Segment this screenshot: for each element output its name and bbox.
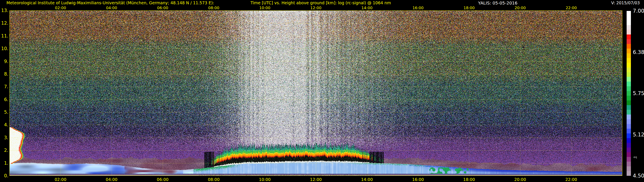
colorbar-segment xyxy=(626,34,631,39)
height-tick-label: 12. xyxy=(0,20,8,26)
colorbar-segment xyxy=(626,166,631,171)
height-tick-label: 11. xyxy=(0,33,8,39)
institute-title: Meteorological Institute of Ludwig-Maxim… xyxy=(6,0,214,5)
time-tick-label: 20:00 xyxy=(510,177,530,182)
time-tick-label: 18:00 xyxy=(460,5,479,10)
time-tick-label: 06:00 xyxy=(153,5,172,10)
colorbar-tick-label: 5.12 xyxy=(633,132,644,138)
colorbar-segment xyxy=(626,53,631,58)
lidar-quicklook-page: Meteorological Institute of Ludwig-Maxim… xyxy=(0,0,644,182)
height-tick-label: 8. xyxy=(0,71,8,77)
colorbar-segment xyxy=(626,16,631,20)
height-tick-label: 1. xyxy=(0,160,8,166)
colorbar-segment xyxy=(626,30,631,34)
colorbar-tick-label: 4.50 xyxy=(633,173,644,179)
colorbar-segment xyxy=(626,114,631,119)
colorbar-segment xyxy=(626,162,631,166)
height-tick-label: 7. xyxy=(0,84,8,90)
colorbar-segment xyxy=(626,171,631,176)
colorbar-segment xyxy=(626,152,631,157)
colorbar xyxy=(626,11,631,176)
height-tick-label: 3. xyxy=(0,135,8,141)
time-tick-label: 22:00 xyxy=(562,5,581,10)
colorbar-segment xyxy=(626,133,631,138)
colorbar-segment xyxy=(626,105,631,110)
colorbar-segment xyxy=(626,110,631,114)
colorbar-segment xyxy=(626,124,631,129)
colorbar-segment xyxy=(626,25,631,30)
time-tick-label: 10:00 xyxy=(255,5,274,10)
colorbar-segment xyxy=(626,143,631,148)
time-tick-label: 04:00 xyxy=(102,177,121,182)
height-tick-label: 2. xyxy=(0,147,8,153)
time-tick-label: 02:00 xyxy=(51,177,70,182)
colorbar-segment xyxy=(626,20,631,25)
version-label: V: 2015/07/03 xyxy=(611,0,640,5)
colorbar-segment xyxy=(626,91,631,96)
colorbar-segment xyxy=(626,148,631,152)
time-tick-label: 14:00 xyxy=(357,5,376,10)
time-tick-label: 12:00 xyxy=(306,5,326,10)
time-tick-label: 08:00 xyxy=(204,177,224,182)
colorbar-segment xyxy=(626,157,631,162)
height-tick-label: 13. xyxy=(0,7,8,13)
colorbar-segment xyxy=(626,49,631,53)
colorbar-segment xyxy=(626,39,631,44)
colorbar-segment xyxy=(626,68,631,72)
time-tick-label: 06:00 xyxy=(153,177,172,182)
colorbar-segment xyxy=(626,96,631,100)
height-tick-label: 0. xyxy=(0,173,8,179)
colorbar-segment xyxy=(626,86,631,91)
colorbar-segment xyxy=(626,72,631,77)
colorbar-tick-label: 6.38 xyxy=(633,49,644,55)
plot-title: Time [UTC] vs. Height above ground [km]:… xyxy=(250,0,391,5)
colorbar-segment xyxy=(626,63,631,68)
instrument-date: YALIS: 05-05-2016 xyxy=(478,0,517,5)
colorbar-segment xyxy=(626,11,631,16)
colorbar-segment xyxy=(626,129,631,133)
time-tick-label: 10:00 xyxy=(255,177,274,182)
height-tick-label: 5. xyxy=(0,109,8,115)
colorbar-tick-label: 7.00 xyxy=(633,8,644,14)
time-tick-label: 04:00 xyxy=(102,5,121,10)
time-tick-label: 02:00 xyxy=(51,5,70,10)
colorbar-segment xyxy=(626,138,631,143)
height-tick-label: 10. xyxy=(0,46,8,52)
time-tick-label: 14:00 xyxy=(357,177,376,182)
colorbar-segment xyxy=(626,58,631,63)
time-tick-label: 18:00 xyxy=(460,177,479,182)
colorbar-segment xyxy=(626,82,631,86)
time-height-heatmap xyxy=(10,10,622,176)
time-tick-label: 22:00 xyxy=(562,177,581,182)
colorbar-tick-label: 5.75 xyxy=(633,90,644,96)
height-tick-label: 4. xyxy=(0,122,8,128)
time-tick-label: 12:00 xyxy=(306,177,326,182)
time-tick-label: 08:00 xyxy=(204,5,224,10)
time-tick-label: 16:00 xyxy=(408,177,428,182)
time-tick-label: 20:00 xyxy=(510,5,530,10)
height-tick-label: 9. xyxy=(0,58,8,65)
colorbar-segment xyxy=(626,44,631,49)
height-tick-label: 6. xyxy=(0,96,8,102)
time-tick-label: 16:00 xyxy=(408,5,428,10)
eq-label: eq xyxy=(634,156,637,159)
colorbar-segment xyxy=(626,77,631,82)
colorbar-segment xyxy=(626,100,631,105)
colorbar-segment xyxy=(626,119,631,124)
